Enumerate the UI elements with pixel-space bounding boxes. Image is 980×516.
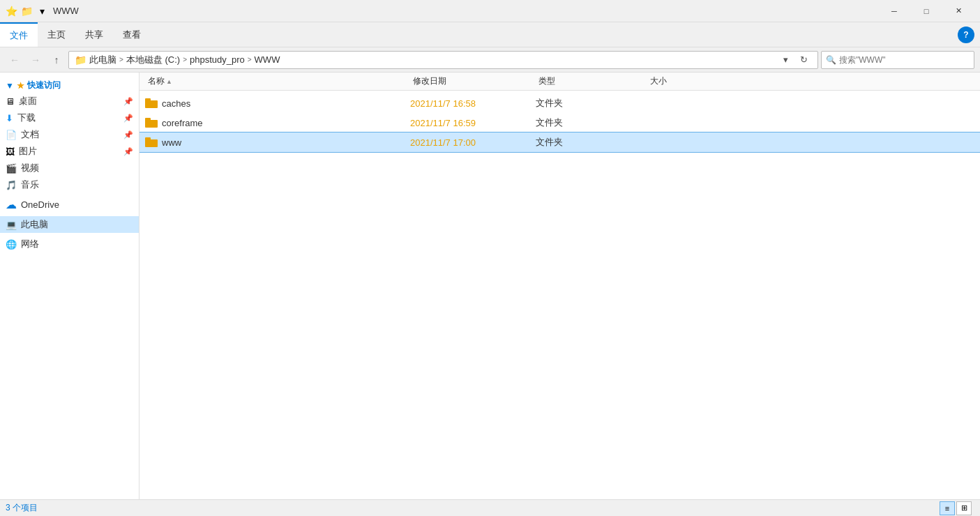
back-button[interactable]: ← (6, 51, 24, 69)
maximize-button[interactable]: □ (910, 0, 942, 22)
sidebar: ▼ ★ 快速访问 🖥 桌面 📌 ⬇ 下载 📌 📄 文档 📌 🖼 图片 (0, 73, 140, 499)
path-arrow-2: > (248, 56, 252, 63)
file-type-www: 文件夹 (536, 136, 647, 149)
ribbon: 文件 主页 共享 查看 ? (0, 22, 980, 47)
sidebar-item-documents[interactable]: 📄 文档 📌 (0, 126, 139, 143)
quick-access-label[interactable]: ▼ ★ 快速访问 (0, 75, 139, 93)
title-bar: ⭐ 📁 ▾ WWW ─ □ ✕ (0, 0, 980, 22)
pc-icon: 💻 (6, 220, 17, 230)
folder-icon-www (145, 137, 158, 147)
sidebar-item-desktop[interactable]: 🖥 桌面 📌 (0, 93, 139, 109)
col-header-size[interactable]: 大小 (647, 75, 717, 87)
pin-icon-pictures: 📌 (123, 147, 133, 156)
up-button[interactable]: ↑ (47, 51, 66, 69)
view-details-button[interactable]: ≡ (940, 501, 955, 515)
view-tiles-button[interactable]: ⊞ (956, 501, 972, 515)
search-icon: 🔍 (826, 55, 836, 65)
this-pc-section: 💻 此电脑 (0, 216, 139, 233)
window-controls: ─ □ ✕ (878, 0, 974, 22)
window-title: WWW (53, 6, 878, 16)
folder-icon-caches (145, 98, 158, 108)
sidebar-item-downloads[interactable]: ⬇ 下载 📌 (0, 109, 139, 126)
col-header-type[interactable]: 类型 (536, 75, 647, 87)
sidebar-item-network[interactable]: 🌐 网络 (0, 236, 139, 252)
ribbon-tab-share[interactable]: 共享 (75, 22, 113, 47)
content-area: 名称 ▲ 修改日期 类型 大小 caches 2021/11/7 16:58 (140, 73, 980, 499)
address-dropdown-button[interactable]: ▾ (777, 52, 794, 68)
file-row-caches[interactable]: caches 2021/11/7 16:58 文件夹 (140, 93, 980, 113)
address-refresh-button[interactable]: ↻ (795, 52, 812, 68)
sidebar-item-this-pc[interactable]: 💻 此电脑 (0, 216, 139, 233)
column-header: 名称 ▲ 修改日期 类型 大小 (140, 73, 980, 91)
folder-icon-coreframe (145, 118, 158, 128)
file-row-coreframe[interactable]: coreframe 2021/11/7 16:59 文件夹 (140, 113, 980, 132)
status-bar: 3 个项目 ≡ ⊞ (0, 499, 980, 516)
status-count: 3 个项目 (6, 502, 940, 514)
file-type-caches: 文件夹 (536, 97, 647, 109)
path-segment-3[interactable]: WWW (255, 54, 280, 65)
path-segment-2[interactable]: phpstudy_pro (190, 54, 245, 65)
pin-icon-downloads: 📌 (123, 114, 133, 123)
file-date-caches: 2021/11/7 16:58 (410, 98, 536, 109)
download-icon: ⬇ (6, 113, 13, 123)
view-controls: ≡ ⊞ (940, 501, 972, 515)
ribbon-tab-view[interactable]: 查看 (113, 22, 151, 47)
sidebar-item-music[interactable]: 🎵 音乐 (0, 176, 139, 193)
path-segment-0[interactable]: 此电脑 (89, 54, 116, 66)
file-name-caches: caches (145, 98, 410, 109)
ribbon-tab-file[interactable]: 文件 (0, 22, 38, 47)
file-type-coreframe: 文件夹 (536, 116, 647, 129)
onedrive-icon: ☁ (6, 198, 17, 211)
path-segment-1[interactable]: 本地磁盘 (C:) (126, 54, 180, 66)
path-icon: 📁 (75, 54, 86, 66)
path-arrow-0: > (119, 56, 123, 63)
search-box[interactable]: 🔍 (821, 51, 974, 69)
sidebar-item-onedrive[interactable]: ☁ OneDrive (0, 196, 139, 213)
file-list: caches 2021/11/7 16:58 文件夹 coreframe 202… (140, 91, 980, 155)
file-row-www[interactable]: www 2021/11/7 17:00 文件夹 (140, 132, 980, 152)
file-date-coreframe: 2021/11/7 16:59 (410, 118, 536, 128)
pin-icon-desktop: 📌 (123, 97, 133, 106)
address-bar-controls: ▾ ↻ (777, 52, 812, 68)
main-layout: ▼ ★ 快速访问 🖥 桌面 📌 ⬇ 下载 📌 📄 文档 📌 🖼 图片 (0, 73, 980, 499)
address-path: 📁 此电脑 > 本地磁盘 (C:) > phpstudy_pro > WWW (75, 54, 777, 66)
address-area: ← → ↑ 📁 此电脑 > 本地磁盘 (C:) > phpstudy_pro >… (0, 47, 980, 73)
quick-access-arrow: ▼ (6, 81, 14, 91)
videos-icon: 🎬 (6, 163, 17, 174)
documents-icon: 📄 (6, 130, 17, 140)
path-arrow-1: > (183, 56, 187, 63)
address-bar[interactable]: 📁 此电脑 > 本地磁盘 (C:) > phpstudy_pro > WWW ▾… (68, 51, 818, 69)
title-folder-icon: 📁 (21, 6, 32, 17)
title-down-arrow-icon: ▾ (36, 6, 47, 17)
onedrive-section: ☁ OneDrive (0, 196, 139, 213)
search-input[interactable] (839, 55, 970, 65)
title-quick-access-icon: ⭐ (6, 6, 17, 17)
desktop-icon: 🖥 (6, 96, 15, 107)
pin-icon-documents: 📌 (123, 130, 133, 139)
quick-access-section: ▼ ★ 快速访问 🖥 桌面 📌 ⬇ 下载 📌 📄 文档 📌 🖼 图片 (0, 75, 139, 193)
minimize-button[interactable]: ─ (878, 0, 910, 22)
file-name-coreframe: coreframe (145, 118, 410, 128)
pictures-icon: 🖼 (6, 146, 15, 157)
col-header-name[interactable]: 名称 ▲ (145, 75, 410, 87)
file-date-www: 2021/11/7 17:00 (410, 137, 536, 148)
sidebar-item-pictures[interactable]: 🖼 图片 📌 (0, 143, 139, 160)
sidebar-item-videos[interactable]: 🎬 视频 (0, 160, 139, 176)
sort-arrow-name: ▲ (166, 78, 172, 85)
title-bar-icons: ⭐ 📁 ▾ (6, 6, 47, 17)
close-button[interactable]: ✕ (942, 0, 974, 22)
ribbon-tab-home[interactable]: 主页 (38, 22, 75, 47)
help-button[interactable]: ? (958, 26, 974, 43)
music-icon: 🎵 (6, 180, 17, 190)
star-icon: ★ (17, 81, 24, 91)
network-section: 🌐 网络 (0, 236, 139, 252)
file-name-www: www (145, 137, 410, 148)
forward-button[interactable]: → (27, 51, 45, 69)
network-icon: 🌐 (6, 239, 17, 250)
ribbon-right: ? (958, 22, 980, 47)
col-header-date[interactable]: 修改日期 (410, 75, 536, 87)
